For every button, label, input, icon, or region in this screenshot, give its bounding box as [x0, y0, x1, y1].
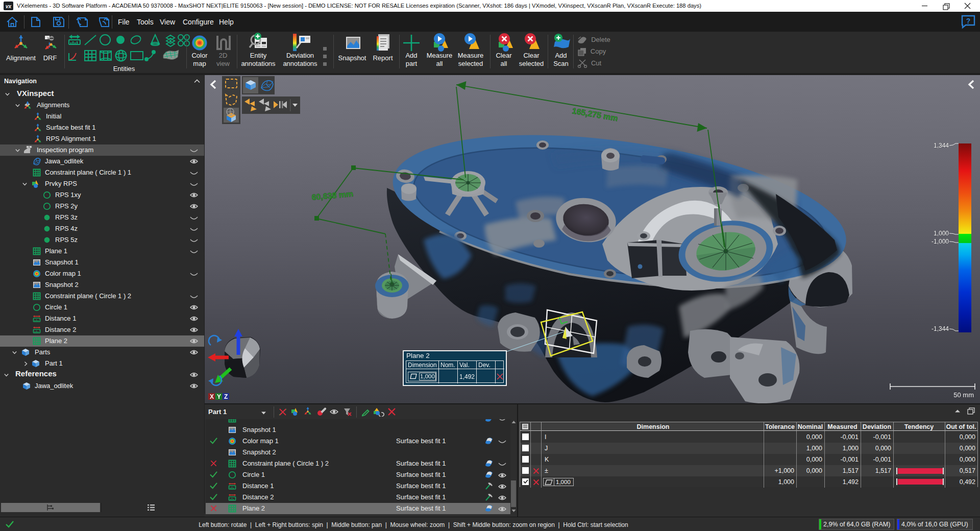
- svg-text:X: X: [210, 393, 214, 400]
- svg-text:?: ?: [966, 17, 971, 25]
- svg-text:-1,000: -1,000: [932, 238, 949, 245]
- svg-text:1,000: 1,000: [934, 230, 949, 237]
- svg-text:50 mm: 50 mm: [953, 391, 974, 399]
- svg-text:Z: Z: [224, 393, 228, 400]
- svg-text:vx: vx: [6, 4, 12, 9]
- svg-text:-1,344: -1,344: [932, 325, 949, 332]
- svg-text:Y: Y: [217, 393, 221, 400]
- svg-text:60,638 mm: 60,638 mm: [311, 189, 354, 202]
- svg-text:1,344: 1,344: [934, 142, 949, 149]
